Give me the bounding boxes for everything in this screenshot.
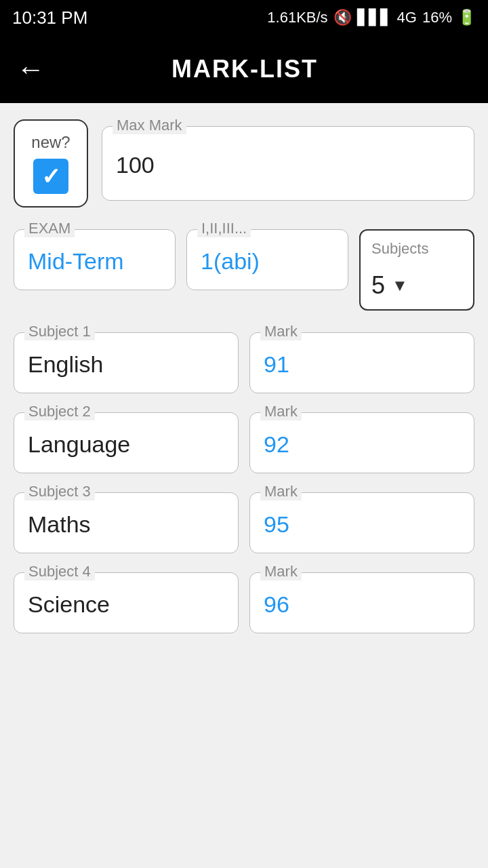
exam-field: EXAM Mid-Term: [14, 229, 176, 311]
subjects-count: 5: [371, 271, 385, 300]
subject-mark-field-1: Mark 91: [249, 332, 474, 393]
subject-mark-field-2: Mark 92: [249, 412, 474, 473]
subject-name-field-4: Subject 4 Science: [14, 572, 239, 633]
app-header: ← MARK-LIST: [0, 35, 488, 103]
subject-name-value-2[interactable]: Language: [14, 412, 239, 473]
subjects-field: Subjects 5 ▼: [359, 229, 474, 311]
new-checkbox[interactable]: [33, 159, 68, 194]
subject-row-3: Subject 3 Maths Mark 95: [14, 492, 474, 553]
subject-label-4: Subject 4: [24, 563, 95, 580]
battery-icon: 🔋: [458, 9, 476, 26]
network-speed: 1.61KB/s: [267, 9, 327, 26]
term-label: I,II,III...: [197, 220, 251, 237]
battery-level: 16%: [422, 9, 452, 26]
signal-mute-icon: 🔇: [333, 9, 352, 26]
subject-name-value-4[interactable]: Science: [14, 572, 239, 633]
new-checkbox-container[interactable]: new?: [14, 119, 88, 208]
subjects-dropdown-icon: ▼: [392, 276, 408, 295]
subject-mark-value-1[interactable]: 91: [249, 332, 474, 393]
status-bar: 10:31 PM 1.61KB/s 🔇 ▋▋▋ 4G 16% 🔋: [0, 0, 488, 35]
top-row: new? Max Mark 100: [14, 119, 474, 208]
subject-name-field-3: Subject 3 Maths: [14, 492, 239, 553]
subject-name-field-2: Subject 2 Language: [14, 412, 239, 473]
subject-mark-label-2: Mark: [260, 403, 302, 420]
exam-value[interactable]: Mid-Term: [14, 229, 176, 290]
subject-label-2: Subject 2: [24, 403, 95, 420]
subject-name-value-1[interactable]: English: [14, 332, 239, 393]
max-mark-value[interactable]: 100: [102, 126, 474, 201]
subject-label-1: Subject 1: [24, 323, 95, 340]
subject-name-value-3[interactable]: Maths: [14, 492, 239, 553]
network-type: 4G: [397, 9, 417, 26]
subject-mark-label-4: Mark: [260, 563, 302, 580]
term-value[interactable]: 1(abi): [186, 229, 348, 290]
max-mark-field: Max Mark 100: [102, 126, 474, 201]
subject-mark-field-4: Mark 96: [249, 572, 474, 633]
status-right: 1.61KB/s 🔇 ▋▋▋ 4G 16% 🔋: [267, 9, 476, 26]
subject-row-2: Subject 2 Language Mark 92: [14, 412, 474, 473]
back-button[interactable]: ←: [16, 53, 45, 85]
subject-row-4: Subject 4 Science Mark 96: [14, 572, 474, 633]
exam-label: EXAM: [24, 220, 75, 237]
subject-mark-value-3[interactable]: 95: [249, 492, 474, 553]
subject-mark-label-1: Mark: [260, 323, 302, 340]
max-mark-label: Max Mark: [113, 117, 186, 134]
new-label: new?: [31, 133, 70, 152]
exam-row: EXAM Mid-Term I,II,III... 1(abi) Subject…: [14, 229, 474, 311]
subject-mark-label-3: Mark: [260, 483, 302, 500]
subject-name-field-1: Subject 1 English: [14, 332, 239, 393]
subjects-container: Subject 1 English Mark 91 Subject 2 Lang…: [14, 332, 474, 633]
subject-mark-value-4[interactable]: 96: [249, 572, 474, 633]
status-time: 10:31 PM: [12, 7, 87, 28]
subjects-label: Subjects: [371, 240, 428, 258]
subjects-value-row: 5 ▼: [371, 271, 462, 300]
subjects-box[interactable]: Subjects 5 ▼: [359, 229, 474, 311]
subject-label-3: Subject 3: [24, 483, 95, 500]
subject-row-1: Subject 1 English Mark 91: [14, 332, 474, 393]
main-content: new? Max Mark 100 EXAM Mid-Term I,II,III…: [0, 103, 488, 669]
subject-mark-value-2[interactable]: 92: [249, 412, 474, 473]
term-field: I,II,III... 1(abi): [186, 229, 348, 311]
subject-mark-field-3: Mark 95: [249, 492, 474, 553]
page-title: MARK-LIST: [58, 55, 431, 83]
signal-bars-icon: ▋▋▋: [357, 9, 392, 26]
